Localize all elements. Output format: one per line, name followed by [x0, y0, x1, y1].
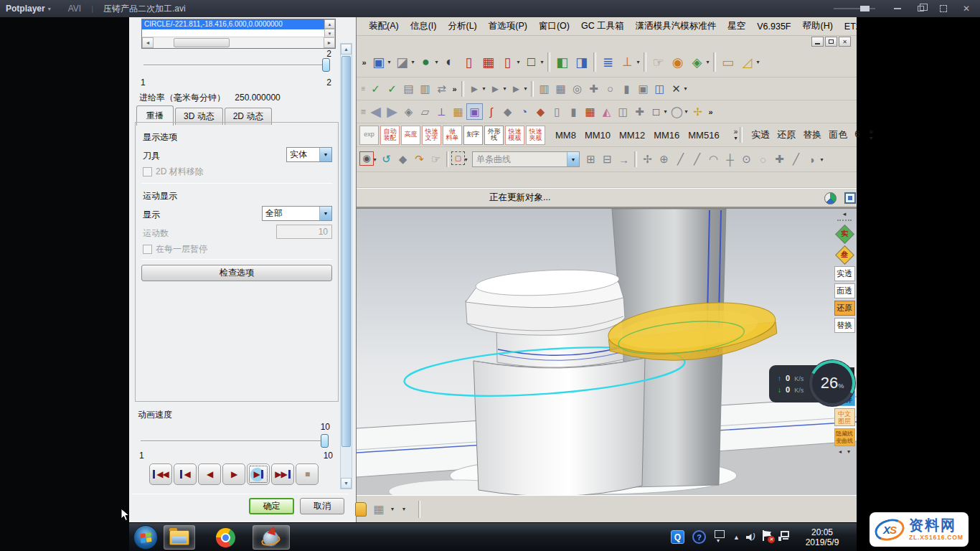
gcode-listbox[interactable]: CIRCLE/-221.811,-18.416,6.000,0.0000000 …	[141, 19, 336, 49]
menu-item[interactable]: 窗口(O)	[534, 19, 575, 34]
verify-toolpath-icon[interactable]: ◫	[651, 80, 668, 97]
separator[interactable]	[634, 151, 637, 167]
snap-intersection-icon[interactable]: ┼	[722, 151, 738, 168]
sidebar-left-icon[interactable]: ◂	[839, 448, 842, 455]
pin-in-box-icon[interactable]: ▯	[459, 52, 479, 72]
drag-handle-icon[interactable]: ≣	[359, 103, 367, 120]
program-order-icon[interactable]: ▥	[536, 80, 552, 97]
material-removal-checkbox[interactable]: 2D 材料移除	[143, 166, 204, 178]
dropdown-arrow-icon[interactable]: ▾	[481, 80, 487, 97]
tree-filter-icon[interactable]: ⊟	[599, 151, 616, 168]
dropdown-arrow-icon[interactable]: ▾	[705, 52, 711, 72]
quick-clamp-button[interactable]: 快速夹板	[526, 126, 545, 145]
geometry-view-icon[interactable]: ▦	[552, 80, 569, 97]
tray-help-icon[interactable]: ?	[692, 530, 706, 544]
speaker-icon[interactable]: )	[746, 532, 758, 542]
replace-view-button[interactable]: 替换	[834, 318, 855, 333]
menu-item[interactable]: ET2008	[839, 20, 881, 33]
dropdown-arrow-icon[interactable]: ▾	[372, 151, 378, 168]
dialog-vscrollbar[interactable]: ▲ ▼	[340, 43, 352, 489]
view-mode-button[interactable]: 还原	[773, 128, 799, 141]
view-forward-icon[interactable]: ▶	[384, 103, 400, 120]
red-box-icon[interactable]: ▦	[582, 103, 598, 120]
point-cube-icon[interactable]: ✚	[631, 103, 648, 120]
sketch-view-icon[interactable]: ◪	[392, 52, 412, 72]
cube-icon[interactable]: ▦	[369, 502, 388, 516]
viewport-3d[interactable]: ◂ 实 叁 实透 面透 还原 替换 截屏 中文图层 隐藏线变曲线	[357, 208, 857, 495]
progress-slider[interactable]	[143, 65, 330, 66]
fence-filter-icon[interactable]: ⊞	[583, 151, 599, 168]
stop-button[interactable]: ■	[296, 463, 319, 485]
menu-item[interactable]: 分析(L)	[443, 19, 481, 34]
dropdown-arrow-icon[interactable]: ▾	[402, 506, 411, 512]
mm-standard-button[interactable]: MM10	[580, 130, 615, 141]
confirm-path-icon[interactable]: ✓	[384, 80, 400, 97]
go-to-start-button[interactable]: ◀◀	[149, 463, 172, 485]
toolbar-overflow-icon[interactable]: »	[450, 80, 459, 97]
step-back-button[interactable]: ◀	[174, 463, 197, 485]
minimize-button[interactable]	[890, 1, 905, 16]
dropdown-arrow-icon[interactable]: ▾	[433, 52, 440, 72]
taskbar-clock[interactable]: 20:05 2019/5/9	[795, 527, 849, 547]
snap-arc-icon[interactable]: ◠	[705, 151, 722, 168]
chinese-layer-button[interactable]: 中文图层	[834, 408, 855, 426]
create-geometry-icon[interactable]: ▮	[618, 80, 635, 97]
dropdown-arrow-icon[interactable]: ▾	[755, 52, 761, 72]
snap-midpoint-icon[interactable]: ╱	[689, 151, 705, 168]
snap-center-icon[interactable]: ⊕	[656, 151, 672, 168]
menu-item[interactable]: GC 工具箱	[576, 19, 629, 34]
half-shade-icon[interactable]: ◐	[440, 52, 459, 72]
menu-item[interactable]: 首选项(P)	[484, 19, 532, 34]
separator[interactable]	[547, 52, 550, 72]
play-loop-button[interactable]: ▶	[247, 463, 270, 485]
dropdown-arrow-icon[interactable]: ▾	[515, 52, 522, 72]
height-button[interactable]: 高度	[401, 126, 420, 145]
display-part-icon[interactable]: ▣	[369, 52, 388, 72]
dropdown-arrow-icon[interactable]: ▾	[682, 80, 689, 97]
hidden-line-to-curve-button[interactable]: 隐藏线变曲线	[834, 428, 855, 446]
grab-icon[interactable]: ☞	[428, 151, 444, 168]
drag-handle-icon[interactable]	[837, 220, 852, 222]
toolbar-overflow-icon[interactable]: »	[359, 52, 369, 72]
view-mode-button[interactable]: 6	[851, 128, 863, 141]
gcode-selected-row[interactable]: CIRCLE/-221.811,-18.416,6.000,0.0000000	[142, 19, 324, 29]
taskbar-explorer-button[interactable]	[164, 525, 195, 550]
colored-block-icon[interactable]: ◆	[532, 103, 549, 120]
pin-in-box2-icon[interactable]: ▯	[498, 52, 517, 72]
engrave-button[interactable]: 刻字	[463, 126, 483, 145]
snap-plus-icon[interactable]: ✚	[771, 151, 788, 168]
snap-endpoint-icon[interactable]: ╱	[672, 151, 689, 168]
dropdown-arrow-icon[interactable]: ▾	[522, 80, 529, 97]
wcs-axes-icon[interactable]: ⟂	[618, 52, 637, 72]
grid-toggle-icon[interactable]	[844, 192, 856, 204]
snap-screen-icon[interactable]: ✢	[639, 151, 656, 168]
restore-button[interactable]	[825, 37, 837, 47]
menu-item[interactable]: V6.935F	[752, 20, 796, 33]
restore-button[interactable]	[913, 1, 928, 16]
start-button[interactable]	[133, 525, 158, 550]
scroll-left-icon[interactable]: ◄	[142, 37, 154, 48]
play-reverse-button[interactable]: ◀	[198, 463, 221, 485]
network-icon[interactable]	[778, 531, 791, 542]
arc-redo-icon[interactable]: ↷	[411, 151, 428, 168]
split-body-icon[interactable]: ◭	[598, 103, 615, 120]
minimize-button[interactable]	[811, 37, 824, 47]
macro-diamond-green-button[interactable]: 实	[835, 225, 854, 243]
speed-slider-thumb[interactable]	[321, 434, 329, 448]
player-menu-button[interactable]: Potplayer	[6, 4, 45, 14]
hscroll-thumb[interactable]	[174, 38, 230, 47]
taskbar-chrome-button[interactable]	[209, 525, 241, 550]
separator[interactable]	[644, 52, 646, 72]
model-canvas[interactable]	[357, 209, 857, 495]
restore-view-button[interactable]: 还原	[834, 301, 855, 316]
pour-body-icon[interactable]: ◔	[516, 103, 532, 120]
separator[interactable]	[461, 81, 464, 97]
measure-angle-icon[interactable]: ◿	[738, 52, 757, 72]
dropdown-arrow-icon[interactable]: ▾	[683, 103, 689, 120]
machine-sim-icon[interactable]: ⇄	[433, 80, 450, 97]
drag-handle-icon[interactable]: ≡	[359, 80, 367, 97]
view-mode-button[interactable]: 面色	[825, 128, 851, 141]
cancel-button[interactable]: 取消	[300, 498, 344, 514]
menu-item[interactable]: 潇洒模具汽模标准件	[631, 19, 722, 34]
toolbar-overflow-icon[interactable]: »▾	[869, 128, 873, 141]
